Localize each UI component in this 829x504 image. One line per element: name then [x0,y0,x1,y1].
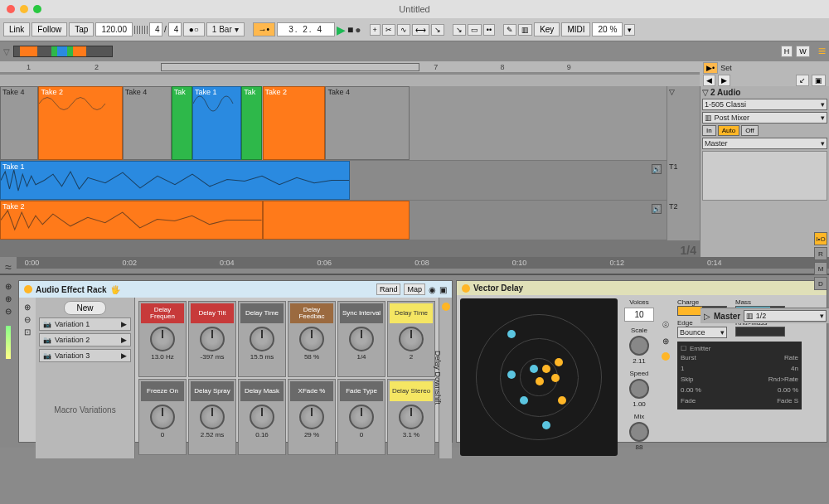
macro-knob[interactable] [399,405,424,429]
monitor-in-button[interactable]: In [702,125,716,136]
delay-section-icon[interactable]: D [814,277,827,290]
overview-clips[interactable] [13,46,113,57]
variation-2[interactable]: 📷Variation 2▶ [39,333,131,346]
link-button[interactable]: Link [3,22,30,36]
macro-knob[interactable] [250,405,274,429]
time-ruler[interactable]: 0:00 0:02 0:04 0:06 0:08 0:10 0:12 0:14 [17,257,829,269]
variation-1[interactable]: 📷Variation 1▶ [39,317,131,331]
clip-take4[interactable]: Take 4 [325,86,409,160]
macro-3[interactable]: Delay Feedbac58 % [288,301,336,377]
map-button[interactable]: Map [404,284,425,295]
clip-tak[interactable]: Tak [241,86,262,160]
locator-play-icon[interactable]: ▶• [703,62,718,74]
nudge-up-icon[interactable] [142,26,148,34]
monitor-off-button[interactable]: Off [741,125,759,136]
skip-value[interactable]: 0.00 % [681,386,701,394]
menu-icon[interactable]: ≡ [818,44,826,59]
next-locator-icon[interactable]: ▶ [718,75,730,86]
rand-button[interactable]: Rand [376,284,401,295]
checkbox-icon[interactable]: ☐ [681,345,686,352]
macro-knob[interactable] [150,405,175,429]
record-icon[interactable]: ● [355,24,361,36]
loop-bracket-icon[interactable]: ⟷ [412,24,429,36]
clip-take4[interactable]: Take 4 [123,86,172,160]
master-fold-icon[interactable]: ▷ [704,312,710,321]
w-button[interactable]: W [796,46,810,57]
macro-1[interactable]: Delay Tilt-397 ms [188,301,236,377]
draw-icon[interactable]: ✎ [503,24,516,36]
automation-icon[interactable]: ↘ [453,24,466,36]
macro-knob[interactable] [299,405,324,429]
punch-in-icon[interactable]: ↘ [431,24,444,36]
macro-10[interactable]: Fade Type0 [337,379,385,455]
take-lane-2a[interactable]: Take 2 [0,201,263,240]
tool-scissors-icon[interactable]: ✂ [382,24,395,36]
arrangement-tracks[interactable]: Take 4 Take 2 Take 4 Tak Take 1 Tak Take… [0,86,700,257]
macro-knob[interactable] [399,327,424,351]
clip-take1[interactable]: Take 1 [192,86,241,160]
take-lane-header-t2[interactable]: T2 [667,201,700,240]
quantize-menu[interactable]: 1 Bar ▾ [206,22,245,36]
loop-brace[interactable] [161,63,419,71]
rndmass-slider[interactable] [735,327,785,337]
master-track-label[interactable]: Master [714,312,740,321]
output-dropdown[interactable]: Master▾ [702,138,827,149]
take-lane-2b[interactable] [263,201,410,240]
device-activator-icon[interactable] [24,285,32,293]
bar-ruler[interactable]: 1 2 3 4 5 6 7 8 9 [0,61,700,73]
save-preset-icon[interactable]: ▣ [439,285,447,294]
mix-knob[interactable] [629,422,649,442]
nudge-down-icon[interactable] [134,26,140,34]
prev-locator-icon[interactable]: ◀ [703,75,715,86]
macro-knob[interactable] [200,405,225,429]
clip-take4[interactable]: Take 4 [0,86,38,160]
master-out-dropdown[interactable]: ▥ 1/2▾ [744,310,827,322]
preset-dropdown[interactable]: 1-505 Classi▾ [702,99,827,110]
macro-9[interactable]: XFade %29 % [288,379,336,455]
rndrate-value[interactable]: 0.00 % [778,386,798,394]
return-section-icon[interactable]: R [814,247,827,260]
track-fold-icon[interactable]: ▽ [702,88,709,97]
variation-3[interactable]: 📷Variation 3▶ [39,349,131,362]
burst-value[interactable]: 1 [681,365,684,372]
macro-6[interactable]: Freeze On0 [138,379,187,455]
close-icon[interactable] [7,5,15,13]
macro-knob[interactable] [349,327,374,351]
song-position[interactable]: 3. 2. 4 [277,22,335,36]
metronome-button[interactable]: ●○ [183,22,205,36]
device-titlebar[interactable]: Audio Effect Rack 🖐 Rand Map ◉ ▣ [19,281,452,298]
vector-radar[interactable] [460,298,618,456]
macro-knob[interactable] [299,327,324,351]
voices-field[interactable]: 10 [624,308,654,322]
envelope-icon[interactable]: ▭ [468,24,482,36]
maximize-icon[interactable] [33,5,41,13]
rate-value[interactable]: 4n [791,365,798,372]
waveform-icon[interactable]: ≈ [0,257,17,274]
macro-11[interactable]: Delay Stereo3.1 % [387,379,435,455]
chain-activator-icon[interactable] [442,303,450,311]
track-collapse-icon[interactable]: ▽ [667,86,700,161]
tool-magnet-icon[interactable]: ∿ [397,24,410,36]
power-icon[interactable]: ⦾ [662,320,669,330]
clip-tak[interactable]: Tak [172,86,192,160]
macro-5[interactable]: Delay Time2 [387,301,435,377]
scale-knob[interactable] [629,336,649,356]
automation-arm-icon[interactable]: ↙ [796,75,809,86]
track-name[interactable]: 2 Audio [710,88,740,97]
macro-4[interactable]: Sync Interval1/4 [337,301,385,377]
chain-name[interactable]: Delay Downshift [439,298,452,458]
macro-7[interactable]: Delay Spray2.52 ms [188,379,236,455]
arrangement-overview[interactable]: ▽ H W ≡ [0,41,829,61]
piano-icon[interactable]: ▥ [518,24,532,36]
macro-collapse-icon[interactable]: ⊖ [24,315,31,324]
macro-knob[interactable] [349,405,374,429]
monitor-dropdown[interactable]: ▥ Post Mixer▾ [702,112,827,124]
edge-dropdown[interactable]: Bounce▾ [677,327,727,338]
overview-toggle-icon[interactable]: ▾ [624,24,635,36]
io-section-icon[interactable]: I•O [814,232,827,245]
clip-take2[interactable]: Take 2 [38,86,122,160]
orbit-icon[interactable] [662,352,670,361]
chain-list-icon[interactable]: ⊡ [24,327,31,337]
macro-2[interactable]: Delay Time15.5 ms [238,301,286,377]
macro-0[interactable]: Delay Frequen13.0 Hz [138,301,187,377]
